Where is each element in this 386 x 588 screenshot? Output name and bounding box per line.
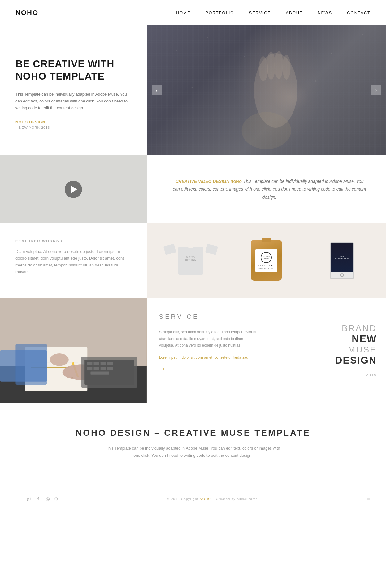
header: NOHO HOME PORTFOLIO SERVICE ABOUT NEWS C… bbox=[0, 0, 386, 25]
nav-about[interactable]: ABOUT bbox=[286, 11, 303, 15]
tshirt-sleeve-left bbox=[163, 244, 176, 255]
svg-point-11 bbox=[258, 56, 268, 81]
service-section: SERVICE Sicingio elitr, sed diam nonumy … bbox=[0, 298, 386, 403]
service-content: SERVICE Sicingio elitr, sed diam nonumy … bbox=[147, 298, 270, 403]
brand-line-4: DESIGN bbox=[335, 355, 377, 366]
svg-point-25 bbox=[50, 353, 68, 366]
nav-contact[interactable]: CONTACT bbox=[347, 11, 371, 15]
svg-point-12 bbox=[267, 52, 275, 80]
hero-brand: NOHO DESIGN bbox=[15, 120, 131, 124]
footer: f t g+ Be ◎ ⊙ © 2015 Copyright NOHO – Cr… bbox=[0, 487, 386, 510]
product-bag: PREMIUMBRAND PAPER BAG PREMIUM BRAND bbox=[228, 234, 304, 287]
service-image bbox=[0, 298, 147, 403]
tablet-home-button[interactable] bbox=[340, 273, 344, 277]
featured-title: FEATURED WORKS / bbox=[15, 239, 131, 243]
play-button[interactable] bbox=[65, 181, 82, 198]
svg-point-15 bbox=[241, 112, 291, 149]
bag-circle-text: PREMIUMBRAND bbox=[263, 256, 270, 259]
service-image-background bbox=[0, 298, 147, 403]
bag-label: PREMIUMBRAND PAPER BAG PREMIUM BRAND bbox=[255, 249, 277, 272]
footer-hero-description: This Template can be individually adapte… bbox=[103, 445, 283, 459]
svg-point-9 bbox=[315, 80, 316, 82]
svg-point-5 bbox=[331, 53, 332, 54]
hero-image-svg bbox=[147, 25, 386, 155]
svg-rect-28 bbox=[87, 362, 92, 365]
nav-portfolio[interactable]: PORTFOLIO bbox=[206, 11, 234, 15]
tablet-screen: Nº2Cloud Dreams bbox=[331, 243, 353, 272]
tshirt-body: NOHODESIGN bbox=[178, 247, 203, 275]
svg-point-7 bbox=[191, 87, 193, 88]
footer-hero-title: NOHO DESIGN – CREATIVE MUSE TEMPLATE bbox=[15, 428, 371, 438]
nav-service[interactable]: SERVICE bbox=[249, 11, 271, 15]
svg-point-14 bbox=[282, 55, 290, 80]
nav-home[interactable]: HOME bbox=[176, 11, 191, 15]
tablet-mockup: Nº2Cloud Dreams bbox=[330, 242, 354, 279]
service-body: Sicingio elitr, sed diam nonumy eiron um… bbox=[159, 329, 258, 349]
nav-news[interactable]: NEWS bbox=[318, 11, 332, 15]
svg-point-13 bbox=[274, 51, 283, 79]
video-brand: NOHO bbox=[231, 180, 243, 184]
bag-subtitle: PREMIUM BRAND bbox=[258, 268, 274, 270]
svg-point-8 bbox=[254, 102, 254, 103]
video-section: CREATIVE VIDEO DESIGN NOHO This Template… bbox=[0, 155, 386, 223]
tshirt-neck bbox=[186, 243, 195, 248]
tablet-screen-text: Nº2Cloud Dreams bbox=[335, 255, 349, 260]
hero-title: BE CREATIVE WITHNOHO TEMPLATE bbox=[15, 58, 131, 82]
brand-line-2: NEW bbox=[352, 333, 377, 345]
social-instagram[interactable]: ⊙ bbox=[54, 496, 58, 502]
tshirt-container: NOHODESIGN bbox=[172, 247, 209, 287]
social-dribbble[interactable]: ◎ bbox=[46, 496, 50, 502]
video-thumbnail[interactable] bbox=[0, 155, 147, 223]
footer-noho-link: NOHO bbox=[200, 497, 211, 501]
service-arrow[interactable]: → bbox=[159, 365, 258, 373]
service-image-svg bbox=[0, 298, 147, 403]
brand-year: 2015 bbox=[366, 373, 377, 377]
service-title: SERVICE bbox=[159, 313, 258, 320]
video-text: CREATIVE VIDEO DESIGN NOHO This Template… bbox=[171, 178, 367, 201]
service-link: Lorem ipsum dolor sit dorn amet, consete… bbox=[159, 355, 258, 360]
bag-mockup: PREMIUMBRAND PAPER BAG PREMIUM BRAND bbox=[251, 240, 282, 281]
svg-rect-29 bbox=[93, 362, 99, 365]
tshirt-logo: NOHODESIGN bbox=[185, 256, 197, 262]
brand-divider bbox=[371, 370, 377, 370]
bag-title: PAPER BAG bbox=[258, 264, 275, 267]
footer-hero-section: NOHO DESIGN – CREATIVE MUSE TEMPLATE Thi… bbox=[0, 406, 386, 475]
hero-image: ‹ › bbox=[147, 25, 386, 155]
video-highlight: CREATIVE VIDEO DESIGN bbox=[175, 179, 231, 184]
social-twitter[interactable]: t bbox=[21, 496, 23, 502]
footer-menu-icon[interactable]: ☰ bbox=[366, 496, 371, 501]
featured-section: FEATURED WORKS / Diam voluptua. At dona … bbox=[0, 223, 386, 298]
logo: NOHO bbox=[15, 9, 38, 17]
svg-point-6 bbox=[362, 34, 363, 35]
hero-next-arrow[interactable]: › bbox=[371, 85, 381, 95]
svg-point-3 bbox=[244, 56, 245, 57]
social-google[interactable]: g+ bbox=[27, 496, 32, 502]
hero-section: BE CREATIVE WITHNOHO TEMPLATE This Templ… bbox=[0, 25, 386, 155]
svg-rect-33 bbox=[93, 367, 99, 370]
product-tshirt: NOHODESIGN bbox=[153, 234, 228, 287]
featured-description: Diam voluptua. At dona vero eosetn de ju… bbox=[15, 248, 131, 275]
svg-rect-34 bbox=[101, 367, 106, 370]
product-tablet: Nº2Cloud Dreams bbox=[304, 236, 380, 285]
social-behance[interactable]: Be bbox=[36, 496, 41, 502]
svg-rect-35 bbox=[107, 367, 113, 370]
social-links: f t g+ Be ◎ ⊙ bbox=[15, 496, 58, 502]
svg-rect-31 bbox=[107, 362, 113, 365]
brand-line-1: BRAND bbox=[342, 323, 377, 333]
tshirt-sleeve-right bbox=[205, 244, 218, 255]
hero-image-background bbox=[147, 25, 386, 155]
featured-products: NOHODESIGN PREMIUMBRAND PAPER BAG PREMIU… bbox=[147, 223, 386, 298]
social-facebook[interactable]: f bbox=[15, 496, 17, 502]
hero-location: – NEW YORK 2016 bbox=[15, 126, 131, 129]
footer-copyright: © 2015 Copyright NOHO – Created by MuseF… bbox=[167, 497, 258, 501]
svg-point-1 bbox=[176, 50, 177, 51]
brand-text: BRAND NEW MUSE DESIGN 2015 bbox=[270, 298, 386, 403]
svg-point-4 bbox=[284, 44, 285, 45]
hero-prev-arrow[interactable]: ‹ bbox=[152, 85, 162, 95]
svg-rect-36 bbox=[90, 372, 109, 375]
featured-text: FEATURED WORKS / Diam voluptua. At dona … bbox=[0, 223, 147, 298]
brand-line-3: MUSE bbox=[348, 345, 377, 355]
svg-point-2 bbox=[207, 37, 208, 38]
svg-rect-32 bbox=[87, 367, 92, 370]
video-description: CREATIVE VIDEO DESIGN NOHO This Template… bbox=[147, 155, 386, 223]
